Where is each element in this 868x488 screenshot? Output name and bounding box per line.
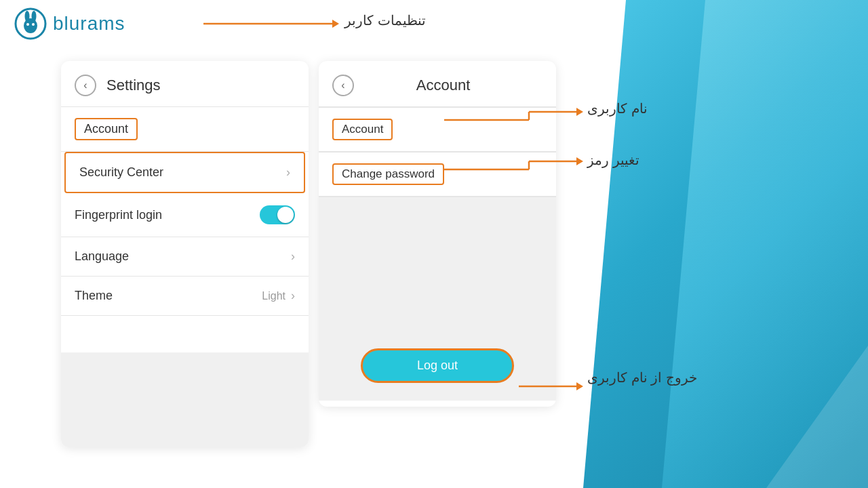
account-back-icon: ‹ <box>341 79 344 92</box>
account-menu-item[interactable]: Account <box>61 107 309 152</box>
security-center-label: Security Center <box>79 165 163 180</box>
settings-title: Settings <box>106 77 161 94</box>
theme-label: Theme <box>75 289 113 303</box>
toggle-thumb <box>277 207 294 223</box>
user-settings-label: تنظیمات کاربر <box>339 12 431 28</box>
header: blurams <box>0 0 312 47</box>
svg-point-5 <box>32 23 35 26</box>
account-name-label: Account <box>332 119 393 140</box>
logo: blurams <box>14 7 125 41</box>
svg-point-2 <box>25 11 30 22</box>
username-annotation: نام کاربری <box>582 100 653 117</box>
logo-icon <box>14 7 47 41</box>
theme-value: Light <box>262 290 285 302</box>
fingerprint-label: Fingerprint login <box>75 208 162 222</box>
theme-right: Light › <box>262 289 295 303</box>
chevron-right-icon-lang: › <box>291 249 295 264</box>
account-panel: ‹ Account Account Change password Log ou… <box>319 61 556 407</box>
chevron-right-icon: › <box>286 165 290 180</box>
settings-header: ‹ Settings <box>61 61 309 107</box>
logout-container: Log out <box>319 348 556 383</box>
settings-panel-bottom <box>61 352 309 447</box>
back-icon: ‹ <box>83 79 87 92</box>
change-pw-ann-label: تغییر رمز <box>582 152 645 168</box>
account-label: Account <box>75 118 138 140</box>
account-name-item[interactable]: Account <box>319 108 556 152</box>
settings-panel: ‹ Settings Account Security Center › Fin… <box>61 61 309 447</box>
fingerprint-toggle[interactable] <box>260 205 295 224</box>
chevron-right-icon-theme: › <box>291 289 295 303</box>
svg-point-4 <box>26 23 29 26</box>
user-settings-annotation: تنظیمات کاربر <box>339 12 431 28</box>
security-center-right: › <box>286 165 290 180</box>
logo-text: blurams <box>53 13 125 35</box>
change-password-label: Change password <box>332 163 444 185</box>
language-item[interactable]: Language › <box>61 237 309 277</box>
account-header: ‹ Account <box>319 61 556 108</box>
settings-back-button[interactable]: ‹ <box>75 75 96 96</box>
change-password-item[interactable]: Change password <box>319 152 556 197</box>
svg-marker-7 <box>332 20 339 28</box>
language-right: › <box>291 249 295 264</box>
account-back-button[interactable]: ‹ <box>332 75 354 96</box>
change-password-annotation: تغییر رمز <box>582 152 645 168</box>
account-title: Account <box>364 77 522 94</box>
fingerprint-login-item: Fingerprint login <box>61 193 309 237</box>
logout-ann-label: خروج از نام کاربری <box>582 369 703 386</box>
logout-button[interactable]: Log out <box>361 348 514 383</box>
logout-annotation: خروج از نام کاربری <box>582 369 703 386</box>
username-ann-label: نام کاربری <box>582 100 653 117</box>
theme-item[interactable]: Theme Light › <box>61 277 309 316</box>
language-label: Language <box>75 249 129 264</box>
svg-point-3 <box>32 11 37 22</box>
security-center-item[interactable]: Security Center › <box>64 152 305 193</box>
